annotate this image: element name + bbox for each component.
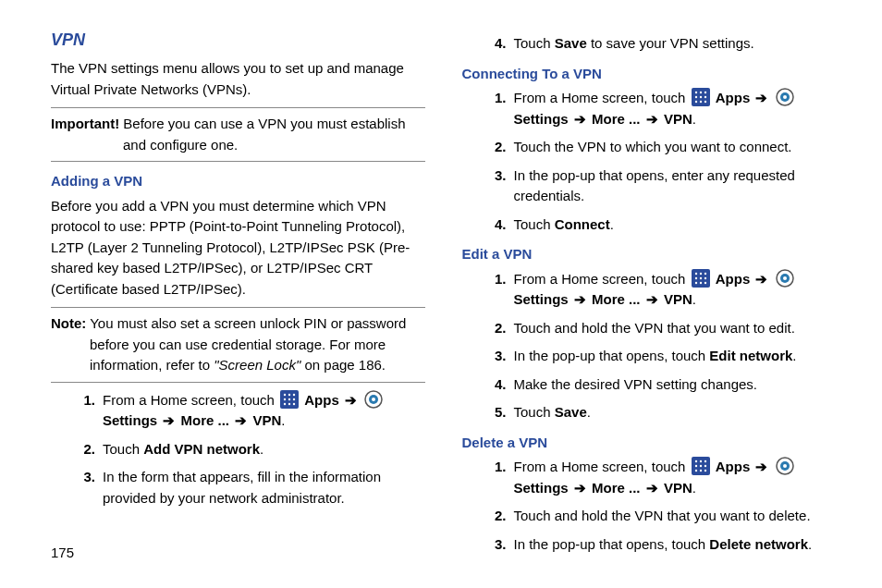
arrow-icon: ➔ (161, 412, 177, 428)
step-number: 5. (490, 402, 514, 423)
text-bold: Add VPN network (143, 441, 260, 457)
step-number: 1. (490, 269, 514, 311)
list-item: 4.Make the desired VPN setting changes. (462, 374, 837, 396)
step-body: From a Home screen, touch Apps ➔ Setting… (514, 88, 837, 129)
text: Touch (514, 404, 555, 420)
step-number: 3. (79, 467, 103, 508)
list-item: 1. From a Home screen, touch Apps ➔ Sett… (462, 88, 837, 129)
adding-vpn-steps: 1. From a Home screen, touch Apps ➔ Sett… (51, 390, 425, 509)
list-item: 1. From a Home screen, touch Apps ➔ Sett… (462, 457, 837, 498)
arrow-icon: ➔ (644, 111, 660, 127)
step-number: 4. (490, 33, 514, 55)
nav-settings: Settings (103, 412, 157, 428)
arrow-icon: ➔ (572, 291, 588, 307)
nav-vpn: VPN (252, 412, 281, 428)
step-body: Make the desired VPN setting changes. (514, 374, 837, 396)
nav-vpn: VPN (664, 291, 692, 307)
list-item: 5.Touch Save. (462, 402, 837, 423)
text-bold: Connect (555, 216, 610, 232)
step-body: Touch and hold the VPN that you want to … (514, 506, 837, 527)
vpn-intro: The VPN settings menu allows you to set … (51, 58, 425, 100)
nav-settings: Settings (514, 111, 569, 127)
right-column: 4. Touch Save to save your VPN settings.… (462, 28, 837, 532)
arrow-icon: ➔ (572, 111, 588, 127)
important-text: Before you can use a VPN you must establ… (119, 116, 405, 153)
connecting-steps: 1. From a Home screen, touch Apps ➔ Sett… (462, 88, 837, 235)
list-item: 1. From a Home screen, touch Apps ➔ Sett… (462, 269, 837, 311)
text-bold: Edit network (709, 348, 792, 363)
note-text-2: on page 186. (300, 357, 386, 373)
text-bold: Save (555, 404, 587, 420)
text: Touch (514, 35, 555, 51)
nav-vpn: VPN (664, 480, 692, 496)
arrow-icon: ➔ (753, 459, 769, 474)
step-body: Touch Save. (514, 402, 837, 423)
text: In the pop-up that opens, touch (514, 536, 710, 552)
nav-apps: Apps (304, 392, 339, 408)
nav-apps: Apps (716, 271, 751, 287)
step-body: From a Home screen, touch Apps ➔ Setting… (103, 390, 425, 432)
settings-icon (776, 457, 794, 475)
list-item: 3.In the pop-up that opens, touch Edit n… (462, 346, 837, 367)
list-item: 3.In the pop-up that opens, touch Delete… (462, 534, 837, 556)
list-item: 4. Touch Save to save your VPN settings. (462, 33, 837, 55)
delete-steps: 1. From a Home screen, touch Apps ➔ Sett… (462, 457, 837, 555)
arrow-icon: ➔ (753, 90, 769, 105)
step-body: Touch Connect. (514, 214, 837, 236)
heading-vpn: VPN (51, 28, 425, 53)
arrow-icon: ➔ (644, 480, 660, 496)
heading-edit: Edit a VPN (462, 244, 837, 265)
left-column: VPN The VPN settings menu allows you to … (51, 28, 425, 532)
step-number: 4. (490, 374, 514, 396)
list-item: 3.In the pop-up that opens, enter any re… (462, 165, 837, 207)
step-body: In the pop-up that opens, enter any requ… (514, 165, 837, 207)
text-bold: Delete network (709, 536, 808, 552)
apps-icon (280, 390, 299, 409)
arrow-icon: ➔ (343, 392, 359, 408)
edit-steps: 1. From a Home screen, touch Apps ➔ Sett… (462, 269, 837, 423)
text: Touch (103, 441, 143, 457)
heading-delete: Delete a VPN (462, 433, 837, 454)
text-bold: Save (555, 35, 587, 51)
heading-adding-vpn: Adding a VPN (51, 171, 425, 192)
text: In the pop-up that opens, touch (514, 348, 710, 363)
nav-prefix: From a Home screen, touch (514, 271, 690, 287)
nav-apps: Apps (716, 90, 751, 105)
settings-icon (364, 390, 383, 409)
step-body: Touch the VPN to which you want to conne… (514, 137, 837, 158)
nav-more: More ... (592, 291, 641, 307)
nav-settings: Settings (514, 291, 569, 307)
list-item: 2. Touch Add VPN network. (51, 439, 425, 460)
step-number: 2. (79, 439, 103, 460)
apps-icon (692, 269, 710, 288)
step-body: In the pop-up that opens, touch Delete n… (514, 534, 837, 556)
nav-settings: Settings (514, 480, 569, 496)
page-number: 175 (51, 545, 74, 560)
step-body: From a Home screen, touch Apps ➔ Setting… (514, 269, 837, 311)
step-number: 3. (490, 346, 514, 367)
list-item: 1. From a Home screen, touch Apps ➔ Sett… (51, 390, 425, 432)
arrow-icon: ➔ (644, 291, 660, 307)
note-label: Note: (51, 315, 86, 331)
list-item: 3. In the form that appears, fill in the… (51, 467, 425, 508)
arrow-icon: ➔ (572, 480, 588, 496)
step-number: 3. (490, 534, 514, 556)
page-columns: VPN The VPN settings menu allows you to … (51, 28, 836, 532)
note-ref: "Screen Lock" (214, 357, 300, 373)
text: to save your VPN settings. (587, 35, 754, 51)
step-body: Touch Save to save your VPN settings. (514, 33, 837, 55)
step-number: 3. (490, 165, 514, 207)
nav-more: More ... (592, 111, 641, 127)
step-body: In the pop-up that opens, touch Edit net… (514, 346, 837, 367)
step-number: 4. (490, 214, 514, 236)
step-number: 1. (79, 390, 103, 432)
list-item: 4.Touch Connect. (462, 214, 837, 236)
text: Touch (514, 216, 555, 232)
step-body: Touch and hold the VPN that you want to … (514, 318, 837, 339)
nav-prefix: From a Home screen, touch (514, 459, 690, 474)
important-label: Important! (51, 116, 119, 131)
nav-prefix: From a Home screen, touch (514, 90, 690, 105)
step-number: 1. (490, 88, 514, 129)
step-number: 2. (490, 506, 514, 527)
nav-vpn: VPN (664, 111, 692, 127)
